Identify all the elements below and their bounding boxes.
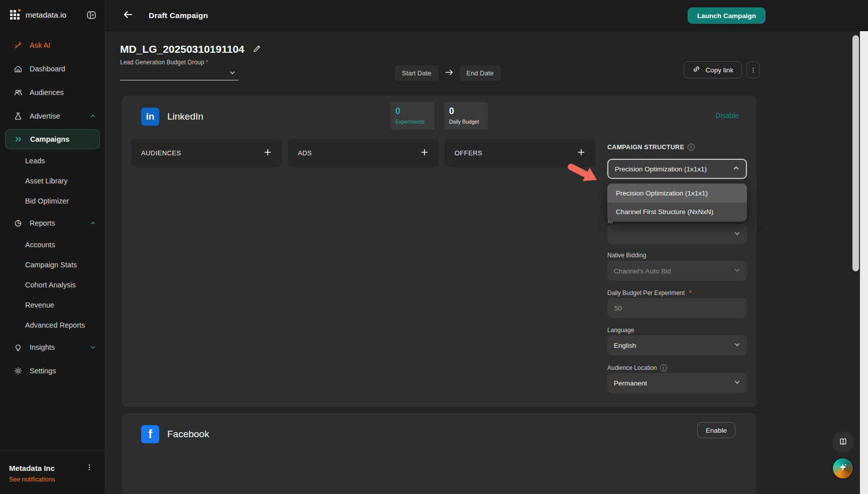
vertical-scrollbar[interactable]: [852, 35, 859, 271]
sidebar-item-campaign-stats[interactable]: Campaign Stats: [0, 255, 105, 275]
org-menu-kebab-icon[interactable]: [86, 464, 93, 473]
sidebar-item-label: Reports: [30, 219, 55, 227]
sidebar-item-label: Accounts: [25, 241, 55, 249]
sidebar-item-insights[interactable]: Insights: [0, 335, 105, 359]
edit-pencil-icon[interactable]: [253, 43, 261, 55]
chevron-up-icon: [733, 165, 739, 173]
chevron-down-icon: [734, 341, 740, 349]
chevron-down-icon: [229, 69, 236, 78]
sidebar-item-label: Ask AI: [30, 41, 50, 49]
sidebar-item-asset-library[interactable]: Asset Library: [0, 171, 105, 191]
sidebar-item-label: Campaign Stats: [25, 261, 77, 269]
more-options-kebab-icon[interactable]: [746, 61, 759, 78]
channel-header: in LinkedIn: [141, 108, 203, 126]
sidebar-item-ask-ai[interactable]: Ask AI: [0, 33, 105, 57]
daily-budget-input[interactable]: 50: [607, 298, 747, 318]
see-notifications-link[interactable]: See notifications: [9, 476, 96, 483]
sidebar-item-campaigns[interactable]: Campaigns: [5, 129, 100, 149]
sidebar-item-cohort-analysis[interactable]: Cohort Analysis: [0, 275, 105, 295]
budget-group-label: Lead Generation Budget Group*: [120, 59, 208, 66]
sidebar-item-leads[interactable]: Leads: [0, 151, 105, 171]
chevron-down-icon: [90, 344, 96, 350]
main-content: MD_LG_20250310191104 Lead Generation Bud…: [105, 31, 860, 494]
sidebar-item-advertise[interactable]: Advertise: [0, 104, 105, 128]
daily-budget-value: 0: [449, 106, 483, 117]
required-asterisk: *: [689, 289, 692, 297]
channel-stats: 0 Experiments 0 Daily Budget: [390, 103, 488, 130]
obscured-select[interactable]: [607, 224, 747, 244]
audience-location-label-text: Audience Location: [607, 364, 657, 371]
native-bidding-select[interactable]: Channel's Auto Bid: [607, 261, 747, 281]
experiments-stat: 0 Experiments: [390, 103, 435, 130]
right-edge-panel: [860, 31, 868, 494]
sidebar-item-label: Bid Optimizer: [25, 197, 69, 205]
campaign-structure-select[interactable]: Precision Optimization (1x1x1): [607, 159, 747, 179]
pie-chart-icon: [14, 219, 23, 228]
chevron-up-icon: [90, 220, 96, 226]
sidebar-footer: Metadata Inc See notifications: [0, 450, 105, 494]
start-date-field[interactable]: Start Date: [395, 65, 439, 81]
channel-name: Facebook: [167, 429, 209, 440]
sidebar-item-reports[interactable]: Reports: [0, 211, 105, 235]
sidebar-item-advanced-reports[interactable]: Advanced Reports: [0, 315, 105, 335]
sidebar-item-accounts[interactable]: Accounts: [0, 235, 105, 255]
campaign-name-row: MD_LG_20250310191104: [120, 43, 261, 55]
sidebar-item-revenue[interactable]: Revenue: [0, 295, 105, 315]
campaign-structure-label-text: CAMPAIGN STRUCTURE: [607, 144, 684, 151]
sidebar-collapse-icon[interactable]: [85, 10, 97, 21]
launch-campaign-button[interactable]: Launch Campaign: [688, 8, 766, 24]
copy-link-label: Copy link: [705, 66, 733, 74]
add-icon[interactable]: [577, 148, 585, 158]
sidebar-item-label: Audiences: [30, 88, 64, 96]
audiences-panel[interactable]: AUDIENCES: [131, 139, 282, 167]
sidebar-item-label: Revenue: [25, 301, 54, 309]
copy-link-button[interactable]: Copy link: [684, 61, 742, 78]
date-range: Start Date End Date: [395, 65, 501, 81]
end-date-field[interactable]: End Date: [460, 65, 501, 81]
add-icon[interactable]: [420, 148, 428, 158]
top-bar: Draft Campaign Launch Campaign: [105, 0, 868, 31]
language-select[interactable]: English: [607, 335, 747, 355]
language-label: Language: [607, 327, 634, 334]
docs-book-button[interactable]: [832, 431, 854, 453]
sidebar-item-bid-optimizer[interactable]: Bid Optimizer: [0, 191, 105, 211]
budget-group-select[interactable]: [120, 66, 239, 80]
campaign-structure-value: Precision Optimization (1x1x1): [615, 165, 707, 173]
sidebar-item-label: Cohort Analysis: [25, 281, 76, 289]
sidebar-nav: Ask AI Dashboard Audiences Advertise Cam…: [0, 33, 105, 382]
daily-budget-label: Daily Budget: [449, 119, 483, 125]
linkedin-icon: in: [141, 108, 159, 126]
arrow-right-icon: [445, 68, 454, 79]
channel-name: LinkedIn: [167, 111, 203, 122]
lightbulb-icon: [14, 343, 23, 352]
dropdown-option-channel-first[interactable]: Channel First Structure (NxNxN): [607, 203, 747, 221]
builder-panels: AUDIENCES ADS OFFERS: [131, 139, 595, 167]
panel-label: ADS: [298, 149, 312, 157]
home-icon: [14, 64, 23, 73]
ai-assistant-button[interactable]: [832, 457, 854, 479]
audience-location-label: Audience Location i: [607, 364, 667, 371]
required-asterisk: *: [205, 59, 208, 66]
sidebar-item-label: Advanced Reports: [25, 321, 85, 329]
brand-row: metadata.io: [0, 0, 105, 30]
audience-location-value: Permanent: [614, 379, 647, 387]
native-bidding-value: Channel's Auto Bid: [614, 267, 671, 275]
campaign-name: MD_LG_20250310191104: [120, 43, 245, 55]
add-icon[interactable]: [264, 148, 272, 158]
dropdown-option-precision[interactable]: Precision Optimization (1x1x1): [607, 184, 747, 203]
audience-location-select[interactable]: Permanent: [607, 373, 747, 393]
back-arrow-icon[interactable]: [123, 9, 134, 22]
chevron-up-icon: [90, 113, 96, 119]
sidebar-item-label: Leads: [25, 157, 45, 165]
experiments-value: 0: [395, 106, 429, 117]
link-icon: [692, 65, 701, 75]
sidebar-item-label: Campaigns: [30, 135, 69, 143]
language-value: English: [614, 342, 636, 349]
panel-label: AUDIENCES: [141, 149, 181, 157]
ads-panel[interactable]: ADS: [288, 139, 439, 167]
sidebar-item-audiences[interactable]: Audiences: [0, 80, 105, 104]
sidebar-item-label: Advertise: [30, 112, 60, 120]
enable-channel-button[interactable]: Enable: [697, 422, 735, 438]
sidebar-item-settings[interactable]: Settings: [0, 359, 105, 382]
sidebar-item-dashboard[interactable]: Dashboard: [0, 57, 105, 80]
